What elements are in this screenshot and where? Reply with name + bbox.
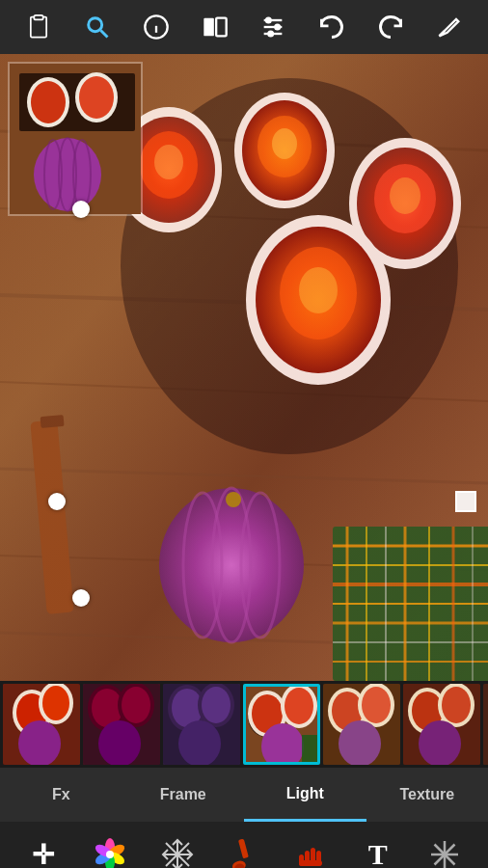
image-thumbnail-overlay	[8, 62, 143, 216]
svg-rect-2	[35, 15, 43, 20]
image-handle-3[interactable]	[72, 589, 90, 607]
svg-point-80	[42, 686, 69, 720]
text-tool[interactable]: T	[357, 833, 399, 868]
svg-point-3	[89, 18, 102, 32]
pinwheel-tool[interactable]	[89, 833, 131, 868]
filmstrip-item-4[interactable]	[243, 684, 320, 765]
tab-fx[interactable]: Fx	[0, 768, 122, 822]
asterisk-tool[interactable]	[423, 833, 466, 868]
svg-point-99	[285, 688, 313, 724]
svg-point-87	[98, 720, 141, 765]
svg-point-93	[178, 720, 221, 765]
svg-rect-101	[302, 735, 320, 765]
top-toolbar	[0, 0, 488, 54]
main-image-canvas[interactable]	[0, 54, 488, 681]
image-handle-1[interactable]	[72, 201, 90, 218]
eraser-tool[interactable]	[289, 833, 332, 868]
bottom-tabs: Fx Frame Light Texture	[0, 768, 488, 822]
svg-point-81	[18, 720, 61, 765]
compare-icon[interactable]	[198, 10, 232, 44]
filmstrip-item-2[interactable]	[83, 684, 160, 765]
svg-point-92	[202, 687, 230, 723]
image-handle-2[interactable]	[48, 493, 66, 510]
svg-line-4	[101, 31, 108, 38]
filmstrip	[0, 681, 488, 768]
svg-rect-138	[299, 860, 322, 866]
svg-point-69	[31, 81, 66, 123]
filmstrip-item-7[interactable]	[483, 684, 488, 765]
filmstrip-item-3[interactable]	[163, 684, 240, 765]
draw-icon[interactable]	[432, 10, 467, 44]
svg-rect-131	[238, 839, 249, 859]
tab-texture[interactable]: Texture	[366, 768, 489, 822]
tab-frame[interactable]: Frame	[122, 768, 245, 822]
search-icon[interactable]	[80, 10, 115, 44]
svg-rect-114	[483, 684, 488, 765]
filmstrip-item-1[interactable]	[3, 684, 80, 765]
move-tool[interactable]: ✛	[22, 833, 65, 868]
svg-rect-8	[203, 18, 214, 37]
image-corner-handle[interactable]	[455, 491, 476, 512]
sliders-icon[interactable]	[256, 10, 290, 44]
info-icon[interactable]	[139, 10, 174, 44]
svg-point-112	[442, 687, 471, 723]
filmstrip-item-6[interactable]	[403, 684, 480, 765]
svg-point-126	[106, 851, 114, 858]
svg-point-86	[122, 687, 150, 723]
undo-icon[interactable]	[314, 10, 349, 44]
clipboard-icon[interactable]	[21, 10, 56, 44]
tab-light[interactable]: Light	[244, 768, 366, 822]
svg-point-106	[362, 687, 391, 723]
snowflake-tool[interactable]	[156, 833, 199, 868]
svg-point-14	[276, 25, 281, 30]
bottom-tools-row: ✛	[0, 822, 488, 868]
svg-point-113	[419, 720, 461, 765]
filmstrip-item-5[interactable]	[323, 684, 400, 765]
brush-tool[interactable]	[223, 833, 265, 868]
svg-point-107	[339, 720, 381, 765]
svg-point-71	[79, 76, 114, 119]
svg-point-13	[266, 18, 271, 23]
svg-point-15	[269, 32, 274, 37]
svg-rect-9	[216, 18, 227, 37]
redo-icon[interactable]	[373, 10, 408, 44]
svg-point-143	[442, 852, 447, 857]
